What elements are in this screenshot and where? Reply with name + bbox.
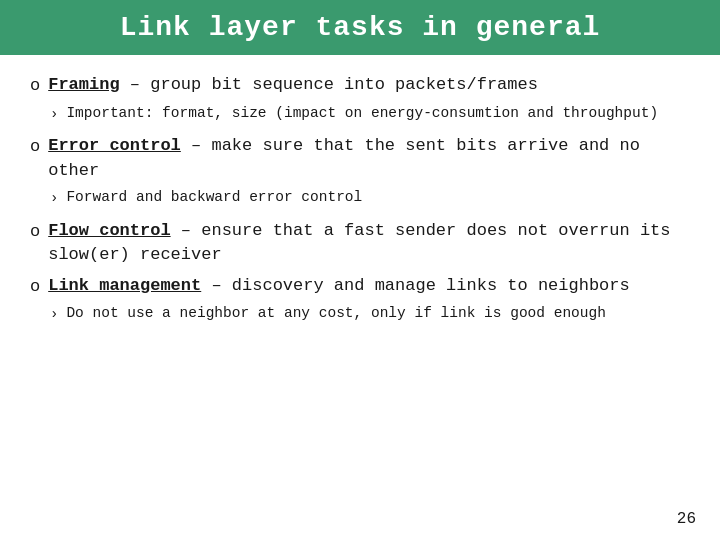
bullet-error-control: o Error control – make sure that the sen…	[30, 134, 690, 209]
slide-content: o Framing – group bit sequence into pack…	[0, 55, 720, 540]
term-framing: Framing	[48, 75, 119, 94]
sub-bullet-text: Forward and backward error control	[66, 187, 690, 208]
term-error-control: Error control	[48, 136, 181, 155]
bullet-item: o Link management – discovery and manage…	[30, 274, 690, 300]
sub-bullets-link-management: › Do not use a neighbor at any cost, onl…	[30, 303, 690, 324]
sub-bullet: › Forward and backward error control	[50, 187, 690, 208]
bullet-marker: o	[30, 135, 40, 160]
sub-bullet-text: Do not use a neighbor at any cost, only …	[66, 303, 690, 324]
bullet-flow-control: o Flow control – ensure that a fast send…	[30, 219, 690, 268]
link-management-desc: – discovery and manage links to neighbor…	[201, 276, 629, 295]
page-number: 26	[677, 510, 696, 528]
sub-bullet-marker: ›	[50, 304, 58, 324]
bullet-item: o Error control – make sure that the sen…	[30, 134, 690, 183]
bullet-text: Flow control – ensure that a fast sender…	[48, 219, 690, 268]
sub-bullet-marker: ›	[50, 188, 58, 208]
term-flow-control: Flow control	[48, 221, 170, 240]
bullet-text: Error control – make sure that the sent …	[48, 134, 690, 183]
bullet-marker: o	[30, 220, 40, 245]
bullet-marker: o	[30, 74, 40, 99]
bullet-text: Framing – group bit sequence into packet…	[48, 73, 690, 98]
slide: Link layer tasks in general o Framing – …	[0, 0, 720, 540]
sub-bullets-error-control: › Forward and backward error control	[30, 187, 690, 208]
bullet-framing: o Framing – group bit sequence into pack…	[30, 73, 690, 124]
bullet-item: o Framing – group bit sequence into pack…	[30, 73, 690, 99]
framing-desc: – group bit sequence into packets/frames	[120, 75, 538, 94]
sub-bullets-framing: › Important: format, size (impact on ene…	[30, 103, 690, 124]
sub-bullet: › Do not use a neighbor at any cost, onl…	[50, 303, 690, 324]
bullet-marker: o	[30, 275, 40, 300]
slide-header: Link layer tasks in general	[0, 0, 720, 55]
term-link-management: Link management	[48, 276, 201, 295]
sub-bullet-marker: ›	[50, 104, 58, 124]
sub-bullet: › Important: format, size (impact on ene…	[50, 103, 690, 124]
bullet-text: Link management – discovery and manage l…	[48, 274, 690, 299]
sub-bullet-text: Important: format, size (impact on energ…	[66, 103, 690, 124]
flow-link-group: o Flow control – ensure that a fast send…	[30, 219, 690, 325]
bullet-link-management: o Link management – discovery and manage…	[30, 274, 690, 325]
slide-title: Link layer tasks in general	[120, 12, 601, 43]
